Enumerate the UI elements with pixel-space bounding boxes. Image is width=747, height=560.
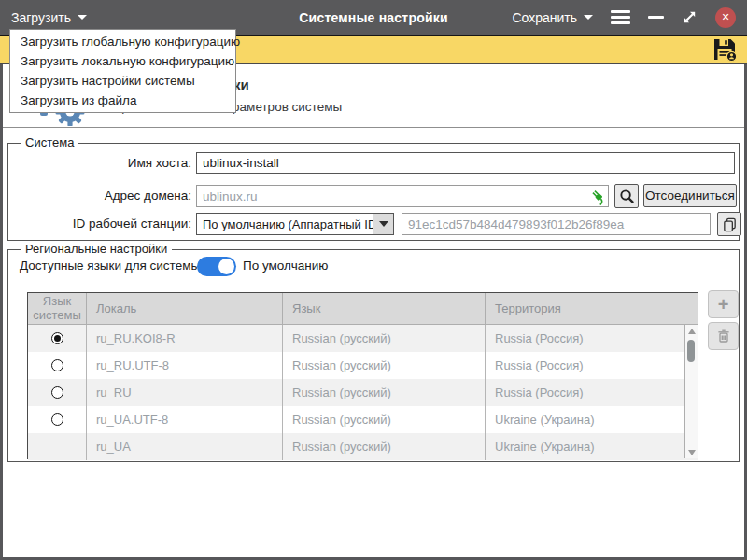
scrollbar-thumb[interactable] (687, 340, 695, 362)
plug-connected-icon (589, 188, 607, 205)
cell-territory: Ukraine (Украина) (485, 406, 698, 433)
cell-territory: Russia (Россия) (485, 352, 698, 379)
system-section-legend: Система (21, 135, 78, 149)
cell-locale: ru_RU.KOI8-R (86, 325, 282, 352)
main-content: Системные настройки Настройка основных п… (3, 64, 744, 557)
search-icon (619, 189, 635, 204)
table-row[interactable]: ru_UA.UTF-8 Russian (русский) Ukraine (У… (28, 406, 698, 433)
available-languages-label: Доступные языки для системы: (20, 259, 204, 273)
menu-item-load-global-config[interactable]: Загрузить глобальную конфигурацию (10, 32, 235, 51)
col-header-language[interactable]: Язык (282, 293, 485, 324)
titlebar-actions: Сохранить ✕ (512, 7, 736, 28)
station-id-hash-input[interactable] (402, 213, 711, 235)
cell-locale: ru_RU (86, 379, 282, 406)
row-radio[interactable] (51, 332, 63, 344)
save-menu-label: Сохранить (512, 10, 577, 25)
cell-locale: ru_RU.UTF-8 (86, 352, 282, 379)
chevron-down-icon (78, 15, 87, 20)
col-header-locale[interactable]: Локаль (86, 293, 282, 324)
cell-language: Russian (русский) (282, 379, 485, 406)
scroll-up-arrow[interactable] (685, 325, 698, 337)
window-title: Системные настройки (299, 10, 447, 25)
cell-territory: Ukraine (Украина) (485, 433, 698, 460)
save-menu-button[interactable]: Сохранить (512, 10, 593, 25)
save-admin-button[interactable] (712, 37, 737, 62)
col-header-territory[interactable]: Территория (485, 293, 698, 324)
combo-arrow-button[interactable] (373, 214, 393, 234)
cell-locale: ru_UA (86, 433, 282, 460)
cell-language: Russian (русский) (282, 406, 485, 433)
station-id-label: ID рабочей станции: (10, 217, 191, 231)
domain-label: Адрес домена: (10, 189, 191, 203)
table-body: ru_RU.KOI8-R Russian (русский) Russia (Р… (28, 325, 698, 458)
chevron-down-icon (379, 221, 388, 227)
load-dropdown-menu: Загрузить глобальную конфигурацию Загруз… (9, 29, 236, 113)
cell-locale: ru_UA.UTF-8 (86, 406, 282, 433)
languages-toggle[interactable] (197, 257, 236, 276)
chevron-down-icon (584, 15, 593, 20)
domain-input[interactable] (196, 185, 609, 207)
minimize-button[interactable] (648, 16, 664, 19)
load-menu-button[interactable]: Загрузить (11, 10, 87, 25)
domain-search-button[interactable] (614, 184, 639, 208)
disconnect-label: Отсоединиться (645, 189, 735, 203)
toggle-state-label: По умолчанию (243, 259, 328, 273)
scroll-down-arrow[interactable] (685, 446, 698, 458)
table-header-row: Язык системы Локаль Язык Территория (28, 293, 698, 325)
plus-icon: + (718, 294, 729, 315)
maximize-button[interactable] (682, 9, 698, 25)
menu-item-load-system-settings[interactable]: Загрузить настройки системы (10, 71, 235, 91)
copy-id-button[interactable] (717, 212, 741, 236)
regional-section: Региональные настройки Доступные языки д… (7, 249, 740, 462)
cell-language: Russian (русский) (282, 352, 485, 379)
table-row[interactable]: ru_RU.KOI8-R Russian (русский) Russia (Р… (28, 325, 698, 352)
cell-language: Russian (русский) (282, 433, 485, 460)
cell-language: Russian (русский) (282, 325, 485, 352)
table-row[interactable]: ru_RU Russian (русский) Russia (Россия) (28, 379, 698, 406)
hostname-input[interactable] (196, 152, 735, 174)
row-radio[interactable] (51, 413, 63, 426)
close-icon: ✕ (721, 11, 729, 23)
cell-territory: Russia (Россия) (485, 325, 698, 352)
table-row[interactable]: ru_UA Russian (русский) Ukraine (Украина… (28, 433, 698, 460)
add-locale-button[interactable]: + (708, 290, 739, 318)
locales-table: Язык системы Локаль Язык Территория ru_R… (27, 292, 698, 459)
disconnect-button[interactable]: Отсоединиться (643, 184, 737, 207)
menu-item-load-from-file[interactable]: Загрузить из файла (10, 91, 235, 110)
table-row[interactable]: ru_RU.UTF-8 Russian (русский) Russia (Ро… (28, 352, 698, 379)
hostname-label: Имя хоста: (10, 156, 191, 170)
delete-locale-button[interactable] (708, 322, 739, 350)
row-radio[interactable] (51, 386, 63, 399)
row-radio[interactable] (51, 359, 63, 371)
close-button[interactable]: ✕ (715, 7, 736, 28)
copy-icon (722, 217, 738, 232)
header-divider (3, 127, 744, 128)
table-scrollbar[interactable] (684, 325, 698, 458)
trash-icon (716, 329, 731, 343)
cell-territory: Russia (Россия) (485, 379, 698, 406)
menu-item-load-local-config[interactable]: Загрузить локальную конфигурацию (10, 51, 235, 71)
load-menu-label: Загрузить (11, 10, 71, 25)
hamburger-menu-icon[interactable] (611, 10, 630, 24)
station-id-selected-value: По умолчанию (Аппаратный ID) (197, 217, 373, 231)
station-id-select[interactable]: По умолчанию (Аппаратный ID) (196, 213, 394, 235)
col-header-system-language[interactable]: Язык системы (28, 293, 86, 324)
app-window: Загрузить Системные настройки Сохранить … (0, 0, 747, 560)
regional-section-legend: Региональные настройки (21, 242, 172, 256)
